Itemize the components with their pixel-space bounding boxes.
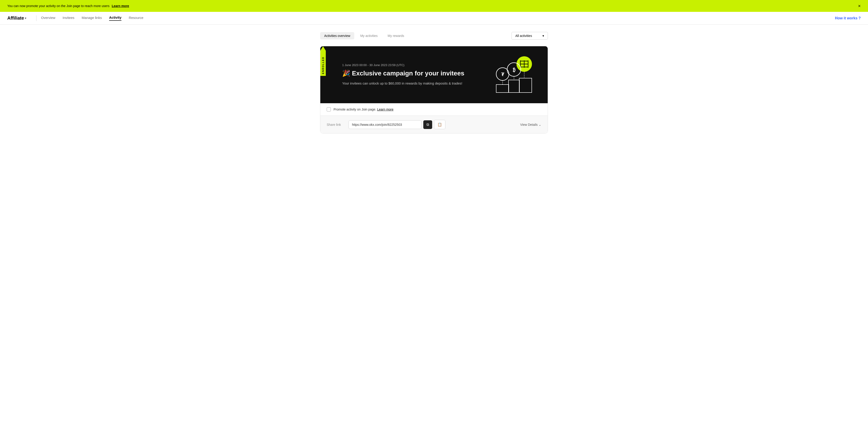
- brand-logo[interactable]: Affiliate ▾: [7, 16, 26, 21]
- nav-link-resource[interactable]: Resource: [129, 16, 143, 21]
- view-details-chevron-icon: ⌄: [538, 123, 541, 126]
- enrolled-badge: ENROLLED: [320, 46, 326, 76]
- clipboard-icon: 📋: [437, 123, 442, 126]
- nav-link-overview[interactable]: Overview: [41, 16, 55, 21]
- main-navbar: Affiliate ▾ Overview Invitees Manage lin…: [0, 12, 868, 25]
- campaign-description: Your invitees can unlock up to $60,000 i…: [342, 81, 464, 86]
- nav-link-manage-links[interactable]: Manage links: [82, 16, 102, 21]
- dropdown-selected-value: All activities: [515, 34, 532, 38]
- share-row: Share link ⧉ 📋 View Details ⌄: [320, 116, 548, 133]
- campaign-date: 1 June 2023 00:00 - 30 June 2023 23:59 (…: [342, 63, 464, 67]
- nav-links: Overview Invitees Manage links Activity …: [41, 16, 835, 21]
- share-label: Share link: [327, 123, 345, 126]
- banner-close-button[interactable]: ×: [858, 3, 861, 9]
- qr-icon: ⧉: [427, 123, 429, 126]
- banner-learn-more-link[interactable]: Learn more: [112, 4, 129, 8]
- copy-link-button[interactable]: 📋: [434, 120, 445, 129]
- page-content: Activities overview My activities My rew…: [275, 25, 593, 141]
- svg-rect-15: [508, 80, 520, 92]
- view-details-button[interactable]: View Details ⌄: [520, 123, 541, 126]
- copy-qr-button[interactable]: ⧉: [423, 120, 432, 129]
- dropdown-chevron-icon: ▾: [542, 34, 544, 38]
- promote-learn-more-link[interactable]: Learn more: [377, 108, 394, 111]
- svg-text:₿: ₿: [513, 67, 515, 73]
- how-it-works-link[interactable]: How it works ?: [835, 16, 861, 20]
- svg-rect-16: [519, 78, 532, 92]
- campaign-card: ENROLLED 1 June 2023 00:00 - 30 June 202…: [320, 46, 548, 134]
- campaign-card-header: ENROLLED 1 June 2023 00:00 - 30 June 202…: [320, 46, 548, 103]
- tab-my-activities[interactable]: My activities: [356, 32, 381, 39]
- sub-tabs-bar: Activities overview My activities My rew…: [320, 32, 548, 40]
- share-link-input[interactable]: [348, 120, 422, 129]
- share-input-group: ⧉ 📋: [348, 120, 517, 129]
- svg-text:₮: ₮: [501, 72, 504, 77]
- enrolled-badge-text: ENROLLED: [322, 57, 324, 74]
- promote-label: Promote activity on Join page. Learn mor…: [334, 108, 394, 111]
- nav-link-invitees[interactable]: Invitees: [63, 16, 74, 21]
- notification-banner: You can now promote your activity on the…: [0, 0, 868, 12]
- brand-name: Affiliate: [7, 16, 24, 21]
- tab-activities-overview[interactable]: Activities overview: [320, 32, 354, 39]
- sub-tabs-left: Activities overview My activities My rew…: [320, 32, 408, 39]
- banner-message: You can now promote your activity on the…: [7, 4, 110, 8]
- banner-text: You can now promote your activity on the…: [7, 4, 129, 8]
- campaign-illustration: ₿ ₮: [487, 55, 537, 94]
- promote-text-content: Promote activity on Join page.: [334, 108, 376, 111]
- svg-rect-14: [496, 85, 509, 92]
- campaign-content: 1 June 2023 00:00 - 30 June 2023 23:59 (…: [331, 63, 464, 86]
- view-details-label: View Details: [520, 123, 538, 126]
- tab-my-rewards[interactable]: My rewards: [384, 32, 408, 39]
- campaign-title: 🎉 Exclusive campaign for your invitees: [342, 69, 464, 77]
- promote-checkbox[interactable]: [327, 107, 331, 112]
- nav-link-activity[interactable]: Activity: [109, 16, 121, 21]
- campaign-card-bottom: Promote activity on Join page. Learn mor…: [320, 103, 548, 133]
- brand-chevron-icon: ▾: [25, 17, 26, 20]
- promote-row: Promote activity on Join page. Learn mor…: [320, 103, 548, 116]
- activities-filter-dropdown[interactable]: All activities ▾: [512, 32, 548, 40]
